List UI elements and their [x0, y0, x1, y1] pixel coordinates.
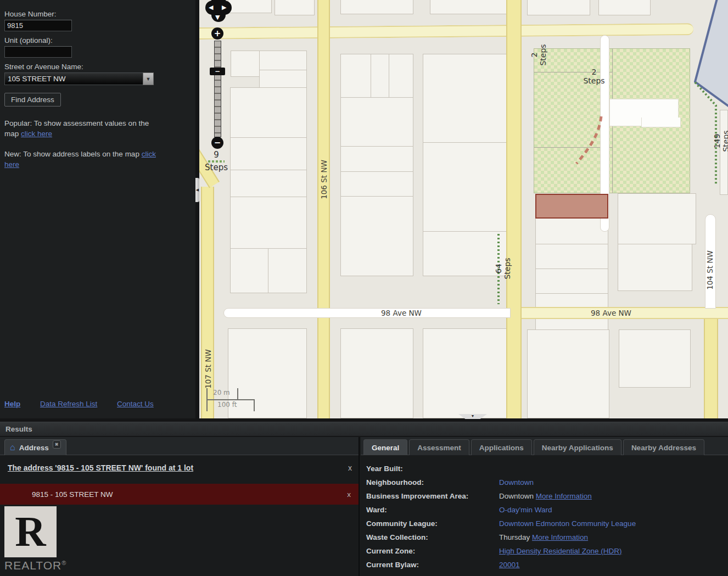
trail-149-steps: [695, 82, 716, 184]
new-note-text: New: To show address labels on the map: [4, 150, 142, 158]
detail-link[interactable]: More Information: [536, 492, 592, 500]
unit-label: Unit (optional):: [4, 36, 191, 44]
detail-label: Current Zone:: [366, 547, 499, 555]
map-parcel: [430, 0, 507, 14]
detail-link[interactable]: High Density Residential Zone (HDR): [499, 547, 622, 555]
scale-tick: [254, 399, 255, 411]
map-canvas[interactable]: 106 St NW 107 St NW 104 St NW 98 Ave NW …: [199, 0, 728, 418]
close-icon[interactable]: ✖: [53, 440, 61, 449]
scale-metric-label: 20 m: [213, 389, 230, 396]
map-parcel: [535, 217, 608, 244]
map-parcel: [230, 170, 307, 197]
map-parcel: [228, 0, 272, 13]
contact-us-link[interactable]: Contact Us: [117, 400, 154, 408]
map-parcel: [423, 54, 508, 143]
pan-left-icon[interactable]: ◀: [209, 4, 213, 11]
map-parcel: [268, 248, 307, 293]
street-select-value: 105 STREET NW: [8, 75, 66, 83]
selected-dismiss-button[interactable]: x: [347, 490, 351, 499]
detail-tabbar: General Assessment Applications Nearby A…: [361, 437, 728, 455]
found-heading-link[interactable]: The address '9815 - 105 STREET NW' found…: [8, 463, 343, 472]
selected-address-row[interactable]: 9815 - 105 STREET NW x: [0, 484, 359, 505]
detail-row-current-zone: Current Zone: High Density Residential Z…: [366, 544, 728, 558]
steps-9-word: Steps: [204, 163, 229, 172]
detail-link[interactable]: O-day'min Ward: [499, 506, 552, 514]
map-parcel: [340, 171, 413, 197]
zoom-out-button[interactable]: −: [211, 137, 223, 149]
detail-row-current-bylaw: Current Bylaw: 20001: [366, 558, 728, 572]
zoom-slider-handle[interactable]: −: [210, 68, 225, 75]
map-parcel: [259, 51, 307, 70]
detail-row-ward: Ward: O-day'min Ward: [366, 503, 728, 517]
tab-general[interactable]: General: [363, 439, 407, 455]
road-98-avenue-west: [223, 308, 511, 318]
unit-input[interactable]: [4, 46, 72, 58]
tab-assessment[interactable]: Assessment: [409, 439, 469, 455]
scale-bar: 20 m 100 ft: [206, 385, 257, 413]
chevron-down-icon[interactable]: ▼: [143, 72, 154, 85]
steps-9-trail-icon: [208, 160, 225, 163]
map-parcel: [340, 328, 413, 418]
help-link[interactable]: Help: [4, 400, 20, 408]
steps-9-number: 9: [204, 150, 229, 160]
find-address-button[interactable]: Find Address: [4, 93, 61, 107]
map-parcel: [527, 329, 609, 418]
road-105-street: [506, 0, 522, 418]
detail-row-community-league: Community League: Downtown Edmonton Comm…: [366, 517, 728, 530]
map-parcel: [231, 51, 260, 77]
map-parcel: [230, 137, 307, 170]
realtor-letter: R: [15, 512, 46, 551]
detail-link[interactable]: Downtown: [499, 478, 534, 486]
detail-link[interactable]: More Information: [532, 533, 588, 541]
street-select[interactable]: 105 STREET NW ▼: [4, 72, 154, 85]
data-refresh-list-link[interactable]: Data Refresh List: [40, 400, 97, 408]
sidebar-footer-links: Help Data Refresh List Contact Us: [0, 400, 195, 413]
detail-link[interactable]: Downtown Edmonton Community League: [499, 519, 636, 528]
results-address-pane: ⌂ Address ✖ The address '9815 - 105 STRE…: [0, 437, 360, 576]
detail-label: Ward:: [366, 506, 499, 514]
detail-label: Community League:: [366, 519, 499, 528]
selected-lot-highlight[interactable]: [535, 194, 608, 219]
building-footprint: [641, 118, 681, 127]
zoom-slider-track[interactable]: [214, 41, 221, 137]
street-label-107: 107 St NW: [204, 349, 212, 389]
avenue-label-98-east: 98 Ave NW: [591, 309, 631, 317]
detail-link[interactable]: 20001: [499, 561, 520, 569]
results-title: Results: [5, 425, 32, 433]
results-detail-pane: General Assessment Applications Nearby A…: [361, 437, 728, 576]
map-parcel: [230, 87, 307, 138]
popular-click-here-link[interactable]: click here: [21, 130, 52, 138]
pan-down-icon[interactable]: ▼: [215, 14, 220, 21]
selected-address-text: 9815 - 105 STREET NW: [32, 490, 113, 499]
tab-address[interactable]: ⌂ Address ✖: [4, 439, 66, 455]
address-tab-label: Address: [19, 444, 49, 452]
map-parcel: [340, 146, 413, 172]
map-parcel: [340, 196, 413, 276]
found-dismiss-button[interactable]: x: [348, 463, 352, 472]
map-parcel: [389, 54, 413, 98]
map-parcel: [527, 0, 590, 15]
tab-nearby-addresses[interactable]: Nearby Addresses: [623, 439, 704, 455]
street-label-104: 104 St NW: [705, 250, 714, 290]
map-parcel: [230, 197, 307, 249]
tab-nearby-applications[interactable]: Nearby Applications: [534, 439, 621, 455]
avenue-label-98-west: 98 Ave NW: [381, 309, 422, 317]
detail-row-year-built: Year Built:: [366, 462, 728, 476]
detail-row-neighbourhood: Neighbourhood: Downtown: [366, 476, 728, 489]
house-number-input[interactable]: [4, 20, 72, 31]
road-99-avenue: [199, 23, 693, 40]
sidebar-collapse-handle[interactable]: ◀: [195, 178, 199, 202]
tab-applications[interactable]: Applications: [471, 439, 532, 455]
steps-label-2-vertical: 2Steps: [530, 44, 547, 65]
detail-label: Neighbourhood:: [366, 478, 499, 486]
steps-label-9: 9 Steps: [204, 150, 229, 172]
river-polygon: [695, 0, 728, 108]
collapse-down-icon: ▼: [471, 414, 475, 418]
pan-right-icon[interactable]: ▶: [222, 4, 226, 11]
detail-label: Waste Collection:: [366, 533, 499, 541]
address-tabbar: ⌂ Address ✖: [0, 437, 359, 455]
zoom-in-button[interactable]: +: [211, 27, 223, 40]
scale-tick: [237, 388, 238, 399]
map-parcel: [535, 269, 608, 294]
collapse-left-icon: ◀: [196, 188, 199, 192]
